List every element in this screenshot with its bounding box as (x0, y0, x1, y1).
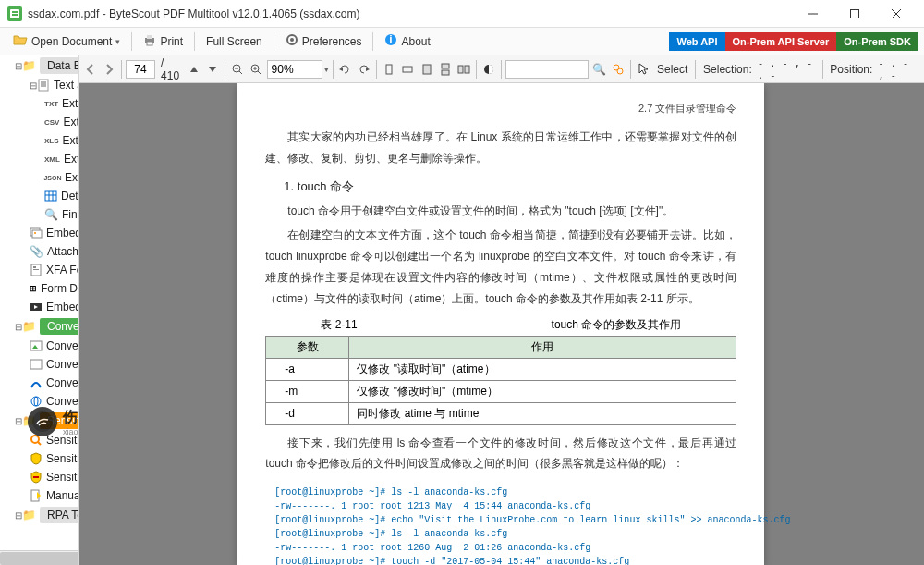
onprem-sdk-badge[interactable]: On-Prem SDK (836, 32, 918, 51)
tree-detect-tables[interactable]: Detect tables (0, 187, 78, 205)
gear-icon (286, 33, 298, 49)
tree-conv-bitmap[interactable]: Convert to bitmap (PNG, JPEG, ...) (0, 337, 78, 355)
tree-embedded-mm[interactable]: Embedded multimedia (0, 298, 78, 316)
svg-marker-41 (190, 67, 198, 72)
select-tool-button[interactable] (635, 58, 651, 80)
tree-data-extraction[interactable]: ⊟📁Data Extraction (0, 55, 78, 76)
single-page-button[interactable] (418, 58, 434, 80)
open-document-menu[interactable]: Open Document ▾ (6, 30, 128, 53)
sidebar: ⊟📁Data Extraction ⊟Text and data TXTExtr… (0, 55, 79, 565)
svg-point-12 (290, 38, 294, 42)
tree-attachments[interactable]: 📎Attachments (0, 242, 78, 261)
zoom-select[interactable] (267, 60, 322, 79)
tree-extract-xls[interactable]: XLSExtract as XLS(X) (0, 131, 78, 150)
zoom-out-button[interactable] (229, 58, 246, 80)
color-button[interactable] (480, 58, 497, 80)
table-row: -m仅修改 "修改时间"（mtime） (266, 380, 736, 402)
printer-icon (143, 33, 156, 49)
tree-sd-analyzer[interactable]: Sensitive Data Analyzer (0, 431, 78, 449)
zoom-in-button[interactable] (248, 58, 264, 80)
continuous-button[interactable] (437, 58, 454, 80)
svg-rect-53 (403, 67, 412, 72)
find-all-button[interactable] (610, 58, 626, 80)
nav-back-button[interactable] (82, 58, 99, 80)
rotate-left-button[interactable] (336, 58, 353, 80)
doc-intro: 其实大家的内功已经相当雄厚了。在 Linux 系统的日常运维工作中，还需要掌握对… (265, 127, 736, 169)
tree-label: Conversion (40, 318, 79, 335)
tree-find-text[interactable]: 🔍Find text (0, 205, 78, 224)
menubar: Open Document ▾ Print Full Screen Prefer… (0, 28, 924, 55)
tree-rpa-tools[interactable]: ⊟📁RPA Tools (0, 505, 78, 525)
tree-conv-html[interactable]: Convert to HTML (0, 392, 78, 411)
preferences-menu[interactable]: Preferences (278, 30, 370, 53)
xml-icon: XML (44, 152, 60, 166)
svg-rect-27 (33, 266, 36, 268)
tree-conv-vector[interactable]: Convert to vector image (EMF) (0, 374, 78, 392)
select-label: Select (653, 63, 691, 76)
tree-label: Extract as JSON (65, 171, 79, 184)
nav-forward-button[interactable] (101, 58, 117, 80)
tree-label: Manual Editor (46, 489, 79, 502)
sidebar-scrollbar-h[interactable] (0, 550, 78, 565)
close-button[interactable] (875, 1, 917, 27)
window-title: ssdax.com.pdf - ByteScout PDF Multitool … (28, 7, 792, 20)
svg-rect-15 (39, 80, 48, 91)
about-menu[interactable]: i About (377, 30, 437, 53)
tree-sd-remover[interactable]: Sensitive Data Remover (0, 468, 78, 486)
maximize-button[interactable] (833, 1, 875, 27)
shield-icon (30, 451, 43, 466)
minimize-button[interactable] (792, 1, 833, 27)
tree-sensitive-suite[interactable]: ⊟📁Sensitive Data Suite (0, 411, 78, 431)
tree-conv-tiff[interactable]: Convert to multipage TIFF (0, 355, 78, 374)
tree-xfa-form[interactable]: XFA Form (0, 261, 78, 279)
table-header: 参数 (266, 336, 349, 358)
page-header: 2.7 文件目录管理命令 (265, 102, 736, 116)
tree-label: Text and data (54, 79, 79, 92)
page-input[interactable] (126, 60, 155, 79)
svg-line-45 (239, 71, 242, 74)
csv-icon: CSV (44, 115, 59, 129)
fullscreen-menu[interactable]: Full Screen (199, 31, 270, 52)
tree-extract-xml[interactable]: XMLExtract as XML (0, 150, 78, 168)
tree-extract-csv[interactable]: CSVExtract as CSV (0, 113, 78, 131)
open-label: Open Document (31, 35, 112, 48)
svg-rect-31 (30, 341, 42, 350)
tree-extract-txt[interactable]: TXTExtract as TXT (0, 94, 78, 113)
svg-rect-19 (45, 191, 56, 201)
tree-label: Sensitive Data Detector (46, 452, 79, 465)
svg-rect-33 (30, 360, 42, 369)
web-api-badge[interactable]: Web API (669, 32, 724, 51)
tree-extract-json[interactable]: JSONExtract as JSON (0, 168, 78, 187)
tree-conversion[interactable]: ⊟📁Conversion (0, 316, 78, 337)
fit-page-button[interactable] (381, 58, 397, 80)
search-input[interactable] (505, 60, 589, 79)
folder-icon: 📁 (22, 58, 36, 73)
pdf-page: 2.7 文件目录管理命令 其实大家的内功已经相当雄厚了。在 Linux 系统的日… (237, 83, 764, 565)
separator (274, 32, 274, 51)
search-button[interactable]: 🔍 (590, 58, 607, 80)
rotate-right-button[interactable] (356, 58, 372, 80)
tree-label: Sensitive Data Suite (40, 412, 79, 429)
tree-label: Extract as XML (64, 153, 79, 166)
svg-point-36 (31, 436, 39, 443)
tree-form-xfdf[interactable]: ⊞Form Data as XFDF (0, 279, 78, 298)
vector-icon (30, 375, 43, 390)
onprem-api-badge[interactable]: On-Prem API Server (725, 32, 837, 51)
two-page-button[interactable] (456, 58, 472, 80)
scrollbar-thumb[interactable] (0, 552, 79, 565)
collapse-icon: ⊟ (15, 322, 22, 332)
page-down-button[interactable] (204, 58, 221, 80)
tree-label: Embedded images (46, 227, 79, 240)
page-up-button[interactable] (185, 58, 201, 80)
print-menu[interactable]: Print (136, 30, 190, 53)
svg-line-37 (38, 442, 41, 445)
tree-text-and-data[interactable]: ⊟Text and data (0, 76, 78, 94)
txt-icon: TXT (44, 96, 58, 111)
pdf-viewport[interactable]: 2.7 文件目录管理命令 其实大家的内功已经相当雄厚了。在 Linux 系统的日… (79, 83, 924, 565)
fit-width-button[interactable] (399, 58, 416, 80)
tree-embedded-images[interactable]: Embedded images (0, 224, 78, 242)
tree-manual-editor[interactable]: Manual Editor (0, 486, 78, 505)
tree-sd-detector[interactable]: Sensitive Data Detector (0, 449, 78, 468)
svg-rect-55 (442, 64, 449, 68)
svg-rect-5 (850, 9, 858, 18)
